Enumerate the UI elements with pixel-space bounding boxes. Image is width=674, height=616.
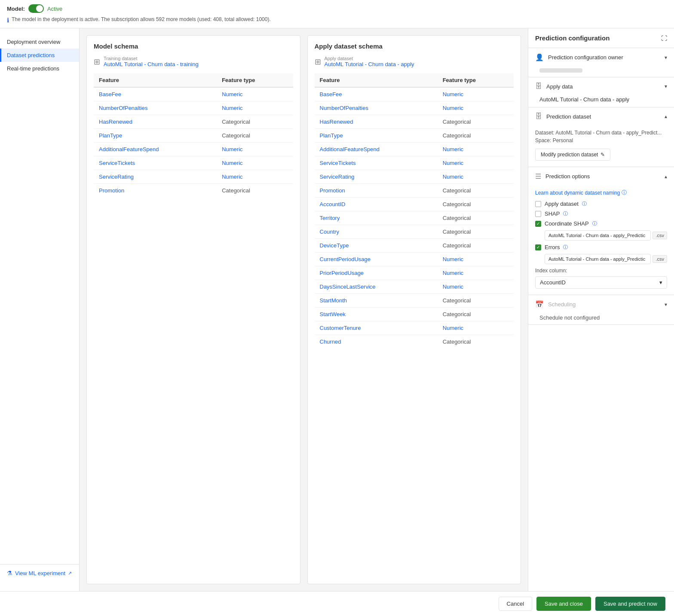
coord-shap-info-icon: ⓘ: [592, 220, 597, 227]
footer: Cancel Save and close Save and predict n…: [0, 591, 674, 616]
feature-cell: DaysSinceLastService: [315, 280, 438, 294]
model-label: Model:: [7, 6, 25, 12]
apply-database-icon: ⊞: [315, 57, 321, 67]
feature-cell: CurrentPeriodUsage: [315, 253, 438, 266]
owner-section-header[interactable]: 👤 Prediction configuration owner ▾: [528, 48, 674, 67]
cancel-button[interactable]: Cancel: [499, 597, 532, 611]
top-bar: Model: Active ℹ The model in the deploym…: [0, 0, 674, 28]
table-row: HasRenewedCategorical: [94, 115, 293, 129]
errors-input[interactable]: [545, 254, 651, 264]
type-cell: Categorical: [438, 211, 514, 225]
feature-cell: Territory: [315, 211, 438, 225]
flask-icon: ⚗: [7, 570, 12, 576]
table-row: ServiceTicketsNumeric: [94, 156, 293, 170]
feature-cell: StartWeek: [315, 308, 438, 321]
save-predict-button[interactable]: Save and predict now: [595, 597, 665, 611]
apply-dataset-checkbox[interactable]: [535, 201, 541, 207]
model-dataset-name: AutoML Tutorial - Churn data - training: [104, 61, 199, 67]
info-bar: ℹ The model in the deployment is active.…: [7, 16, 667, 24]
table-row: TerritoryCategorical: [315, 211, 514, 225]
prediction-dataset-section: 🗄 Prediction dataset ▴ Dataset: AutoML T…: [528, 107, 674, 167]
prediction-config-header: Prediction configuration ⛶: [528, 28, 674, 48]
errors-input-row: .csv: [545, 254, 667, 264]
save-close-button[interactable]: Save and close: [536, 597, 591, 611]
errors-csv-badge: .csv: [653, 255, 667, 263]
active-toggle[interactable]: [28, 4, 44, 13]
type-cell: Numeric: [438, 87, 514, 101]
apply-schema-table: Feature Feature type BaseFeeNumericNumbe…: [315, 73, 514, 348]
right-panel: Prediction configuration ⛶ 👤 Prediction …: [528, 28, 674, 591]
table-row: ChurnedCategorical: [315, 335, 514, 349]
type-cell: Numeric: [438, 280, 514, 294]
select-chevron-icon: ▾: [659, 279, 662, 286]
scheduling-subtitle: Schedule not configured: [539, 314, 674, 324]
database-icon: ⊞: [94, 57, 100, 67]
modify-prediction-dataset-button[interactable]: Modify prediction dataset ✎: [535, 149, 610, 161]
table-row: NumberOfPenaltiesNumeric: [315, 101, 514, 115]
feature-cell: AdditionalFeatureSpend: [315, 143, 438, 156]
type-cell: Categorical: [438, 225, 514, 239]
coord-shap-csv-badge: .csv: [653, 232, 667, 239]
dynamic-info-icon: ⓘ: [622, 189, 627, 196]
person-icon: 👤: [535, 53, 544, 61]
sidebar-item-realtime-predictions[interactable]: Real-time predictions: [0, 62, 79, 75]
type-cell: Categorical: [438, 308, 514, 321]
table-row: AdditionalFeatureSpendNumeric: [315, 143, 514, 156]
table-row: StartWeekCategorical: [315, 308, 514, 321]
sidebar-item-dataset-predictions[interactable]: Dataset predictions: [0, 49, 79, 62]
pred-dataset-title: Prediction dataset: [546, 113, 591, 120]
type-cell: Numeric: [438, 266, 514, 280]
scheduling-header[interactable]: 📅 Scheduling ▾: [528, 295, 674, 314]
feature-cell: ServiceTickets: [94, 156, 217, 170]
type-cell: Numeric: [438, 143, 514, 156]
apply-data-section: 🗄 Apply data ▾ AutoML Tutorial - Churn d…: [528, 77, 674, 107]
type-cell: Numeric: [438, 170, 514, 184]
options-icon: ☰: [535, 172, 541, 180]
pred-dataset-icon: 🗄: [535, 113, 542, 120]
coord-shap-checkbox[interactable]: ✓: [535, 221, 541, 227]
table-row: ServiceTicketsNumeric: [315, 156, 514, 170]
dynamic-naming-link[interactable]: Learn about dynamic dataset naming ⓘ: [535, 189, 667, 196]
expand-icon[interactable]: ⛶: [661, 35, 667, 42]
col-feature-header: Feature: [94, 73, 217, 87]
feature-cell: DeviceType: [315, 239, 438, 253]
pred-options-title: Prediction options: [545, 173, 590, 180]
model-schema-title: Model schema: [94, 43, 293, 50]
apply-dataset-info-icon: ⓘ: [582, 201, 587, 207]
index-column-select[interactable]: AccountID ▾: [535, 276, 667, 289]
owner-title: Prediction configuration owner: [548, 54, 623, 61]
modify-label: Modify prediction dataset: [541, 152, 598, 158]
type-cell: Categorical: [438, 239, 514, 253]
type-cell: Numeric: [217, 156, 293, 170]
coord-shap-input[interactable]: [545, 230, 651, 241]
scheduling-section: 📅 Scheduling ▾ Schedule not configured: [528, 295, 674, 325]
table-row: PlanTypeCategorical: [94, 129, 293, 143]
shap-label: SHAP: [545, 210, 560, 217]
table-row: DeviceTypeCategorical: [315, 239, 514, 253]
pred-dataset-body: Dataset: AutoML Tutorial - Churn data - …: [528, 125, 674, 167]
errors-checkbox[interactable]: ✓: [535, 244, 541, 250]
prediction-options-header[interactable]: ☰ Prediction options ▴: [528, 167, 674, 186]
sidebar-item-deployment-overview[interactable]: Deployment overview: [0, 35, 79, 49]
main-content: Model schema ⊞ Training dataset AutoML T…: [80, 28, 528, 591]
feature-cell: AccountID: [315, 198, 438, 211]
pred-options-body: Learn about dynamic dataset naming ⓘ App…: [528, 186, 674, 295]
apply-data-title: Apply data: [546, 83, 573, 90]
feature-cell: BaseFee: [94, 87, 217, 101]
feature-cell: BaseFee: [315, 87, 438, 101]
view-experiment-link[interactable]: ⚗ View ML experiment ↗: [0, 564, 80, 582]
model-status-label: Active: [47, 6, 62, 12]
table-row: ServiceRatingNumeric: [94, 170, 293, 184]
prediction-dataset-header[interactable]: 🗄 Prediction dataset ▴: [528, 107, 674, 125]
shap-checkbox[interactable]: [535, 211, 541, 217]
feature-cell: NumberOfPenalties: [315, 101, 438, 115]
apply-dataset-name: AutoML Tutorial - Churn data - apply: [325, 61, 414, 67]
feature-cell: ServiceRating: [315, 170, 438, 184]
table-row: BaseFeeNumeric: [94, 87, 293, 101]
model-schema-table: Feature Feature type BaseFeeNumericNumbe…: [94, 73, 293, 197]
edit-icon: ✎: [600, 152, 605, 158]
apply-data-header[interactable]: 🗄 Apply data ▾: [528, 77, 674, 95]
type-cell: Numeric: [438, 156, 514, 170]
type-cell: Numeric: [217, 87, 293, 101]
type-cell: Numeric: [438, 253, 514, 266]
